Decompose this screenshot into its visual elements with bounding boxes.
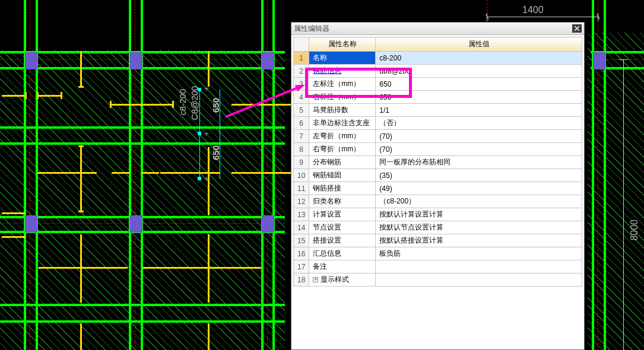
prop-value[interactable]: 板负筋 — [376, 247, 582, 260]
prop-value[interactable]: 按默认节点设置计算 — [376, 221, 582, 234]
table-row[interactable]: 17 备注 — [294, 260, 582, 273]
prop-value[interactable]: (49) — [376, 182, 582, 195]
table-row[interactable]: 5 马凳筋排数 1/1 — [294, 104, 582, 117]
prop-name[interactable]: 左标注（mm） — [309, 78, 376, 91]
table-row[interactable]: 2 钢筋信息 db8@200 — [294, 65, 582, 78]
prop-name[interactable]: 钢筋搭接 — [309, 182, 376, 195]
table-row[interactable]: 9 分布钢筋 同一板厚的分布筋相同 — [294, 156, 582, 169]
dimension-value: 8000 — [629, 219, 640, 241]
prop-name[interactable]: 备注 — [309, 260, 376, 273]
prop-name[interactable]: 汇总信息 — [309, 247, 376, 260]
rebar-line — [231, 104, 291, 106]
prop-value[interactable]: 同一板厚的分布筋相同 — [376, 156, 582, 169]
rebar-line — [142, 267, 261, 269]
close-icon — [575, 26, 579, 31]
prop-value[interactable]: (35) — [376, 169, 582, 182]
rebar-line — [160, 172, 220, 174]
prop-name[interactable]: 右弯折（mm） — [309, 143, 376, 156]
column-node — [130, 52, 142, 69]
dimension-value: 1400 — [522, 5, 544, 15]
grip-point[interactable] — [198, 177, 201, 180]
table-row[interactable]: 7 左弯折（mm） (70) — [294, 130, 582, 143]
expand-icon[interactable]: + — [313, 277, 318, 282]
prop-value[interactable]: (70) — [376, 130, 582, 143]
prop-value[interactable]: 按默认搭接设置计算 — [376, 234, 582, 247]
rebar-line — [80, 323, 82, 350]
prop-name[interactable]: +显示样式 — [309, 273, 376, 287]
prop-name[interactable]: 钢筋锚固 — [309, 169, 376, 182]
prop-value[interactable]: (70) — [376, 143, 582, 156]
prop-name[interactable]: 搭接设置 — [309, 234, 376, 247]
rebar-line — [112, 172, 129, 174]
rebar-line — [141, 172, 159, 174]
rebar-line — [80, 51, 82, 87]
prop-name[interactable]: 分布钢筋 — [309, 156, 376, 169]
prop-value[interactable] — [376, 273, 582, 287]
rebar-line — [208, 51, 210, 87]
table-row[interactable]: 1 名称 c8-200 — [294, 52, 582, 65]
prop-value[interactable]: 1/1 — [376, 104, 582, 117]
prop-value[interactable]: 650 — [376, 91, 582, 104]
prop-value[interactable]: 650 — [376, 78, 582, 91]
prop-value[interactable]: c8-200 — [376, 52, 582, 65]
prop-name[interactable]: 非单边标注含支座 — [309, 117, 376, 130]
property-editor-dialog: 属性编辑器 属性名称 属性值 1 名称 c8-200 — [291, 22, 585, 350]
table-row[interactable]: 18 +显示样式 — [294, 273, 582, 287]
prop-value[interactable]: 按默认计算设置计算 — [376, 208, 582, 221]
table-row[interactable]: 14 节点设置 按默认节点设置计算 — [294, 221, 582, 234]
dialog-title-bar[interactable]: 属性编辑器 — [291, 23, 584, 35]
rebar-hook — [78, 145, 84, 147]
prop-value[interactable] — [376, 260, 582, 273]
table-header-value: 属性值 — [376, 37, 582, 52]
table-row[interactable]: 15 搭接设置 按默认搭接设置计算 — [294, 234, 582, 247]
dimension-value: 650 — [211, 98, 221, 113]
prop-name[interactable]: 右标注（mm） — [309, 91, 376, 104]
row-number: 8 — [294, 143, 309, 156]
prop-name[interactable]: 左弯折（mm） — [309, 130, 376, 143]
property-table-container: 属性名称 属性值 1 名称 c8-200 2 钢筋信息 db8@200 3 左标… — [291, 35, 584, 349]
close-button[interactable] — [572, 24, 582, 33]
rebar-line — [2, 236, 26, 238]
rebar-hook — [172, 101, 174, 108]
table-row[interactable]: 16 汇总信息 板负筋 — [294, 247, 582, 260]
property-table[interactable]: 属性名称 属性值 1 名称 c8-200 2 钢筋信息 db8@200 3 左标… — [293, 37, 582, 287]
table-row[interactable]: 13 计算设置 按默认计算设置计算 — [294, 208, 582, 221]
prop-value[interactable]: db8@200 — [376, 65, 582, 78]
prop-name[interactable]: 马凳筋排数 — [309, 104, 376, 117]
rebar-line — [80, 146, 82, 211]
prop-value[interactable]: （否） — [376, 117, 582, 130]
prop-name[interactable]: 钢筋信息 — [309, 65, 376, 78]
column-node — [25, 52, 37, 69]
dimension-line — [487, 17, 599, 17]
row-number: 18 — [294, 273, 309, 287]
table-row[interactable]: 4 右标注（mm） 650 — [294, 91, 582, 104]
row-number: 16 — [294, 247, 309, 260]
table-row[interactable]: 11 钢筋搭接 (49) — [294, 182, 582, 195]
rebar-line — [208, 323, 210, 350]
prop-name[interactable]: 名称 — [309, 52, 376, 65]
table-row[interactable]: 3 左标注（mm） 650 — [294, 78, 582, 91]
table-header-name: 属性名称 — [309, 37, 376, 52]
rebar-hook — [37, 92, 39, 99]
table-row[interactable]: 8 右弯折（mm） (70) — [294, 143, 582, 156]
dim-tick: + — [204, 84, 209, 93]
grip-point[interactable] — [198, 132, 201, 135]
row-number: 1 — [294, 52, 309, 65]
rebar-hook — [78, 211, 84, 212]
row-number: 5 — [294, 104, 309, 117]
row-number: 7 — [294, 130, 309, 143]
table-row[interactable]: 6 非单边标注含支座 （否） — [294, 117, 582, 130]
prop-name[interactable]: 节点设置 — [309, 221, 376, 234]
prop-name[interactable]: 计算设置 — [309, 208, 376, 221]
table-row[interactable]: 10钢筋锚固 (35) — [294, 169, 582, 182]
row-number: 9 — [294, 156, 309, 169]
table-row[interactable]: 12 归类名称 （c8-200） — [294, 195, 582, 208]
dimension-value: 650 — [211, 145, 221, 160]
rebar-hook — [25, 92, 27, 99]
prop-name[interactable]: 归类名称 — [309, 195, 376, 208]
column-node — [262, 215, 274, 233]
rebar-line — [39, 267, 128, 269]
row-number: 17 — [294, 260, 309, 273]
row-number: 14 — [294, 221, 309, 234]
prop-value[interactable]: （c8-200） — [376, 195, 582, 208]
